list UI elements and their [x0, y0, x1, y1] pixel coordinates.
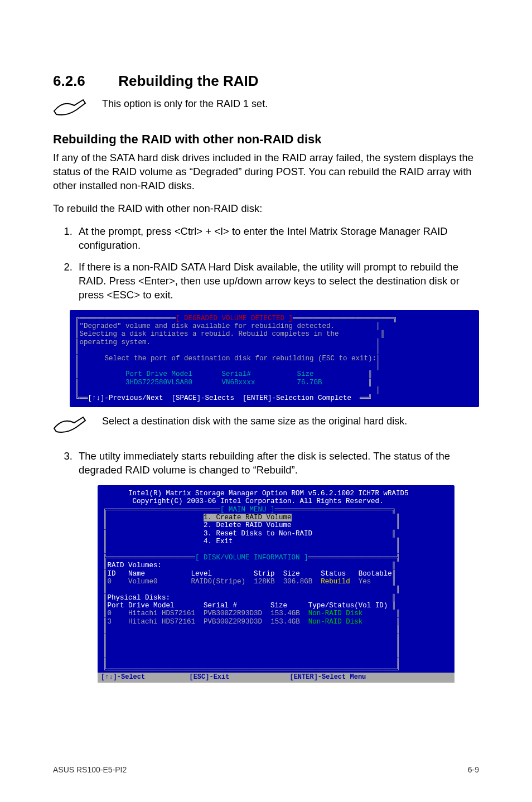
- note-row-1: This option is only for the RAID 1 set.: [53, 98, 479, 123]
- page-footer: ASUS RS100-E5-PI2 6-9: [53, 765, 479, 774]
- note-row-2: Select a destination disk with the same …: [53, 415, 479, 441]
- steps-list: At the prompt, press <Ctrl> + <I> to ent…: [53, 225, 479, 302]
- pencil-note-icon: [53, 98, 86, 123]
- bios-degraded-dialog: ╔═══════════════════════[ DEGRADED VOLUM…: [70, 310, 479, 407]
- paragraph-2: To rebuild the RAID with other non-RAID …: [53, 202, 479, 216]
- pencil-note-icon: [53, 415, 86, 441]
- step-2: If there is a non-RAID SATA Hard Disk av…: [75, 260, 479, 302]
- page: 6.2.6 Rebuilding the RAID This option is…: [0, 0, 532, 802]
- section-title: Rebuilding the RAID: [118, 73, 258, 89]
- section-number: 6.2.6: [53, 73, 114, 90]
- paragraph-1: If any of the SATA hard disk drives incl…: [53, 151, 479, 193]
- footer-model: ASUS RS100-E5-PI2: [53, 765, 127, 774]
- section-heading: 6.2.6 Rebuilding the RAID: [53, 73, 479, 90]
- bios-matrix-manager: Intel(R) Matrix Storage Manager Option R…: [98, 485, 454, 683]
- note-text-2: Select a destination disk with the same …: [102, 415, 407, 428]
- step-3: The utilty immediately starts rebuilding…: [75, 450, 479, 477]
- step-1: At the prompt, press <Ctrl> + <I> to ent…: [75, 225, 479, 253]
- subheading-1: Rebuilding the RAID with other non-RAID …: [53, 132, 479, 147]
- bios-footer-bar: [↑↓]-Select [ESC]-Exit [ENTER]-Select Me…: [98, 673, 454, 683]
- steps-list-cont: The utilty immediately starts rebuilding…: [53, 450, 479, 477]
- footer-page-number: 6-9: [468, 765, 479, 774]
- note-text-1: This option is only for the RAID 1 set.: [102, 98, 268, 110]
